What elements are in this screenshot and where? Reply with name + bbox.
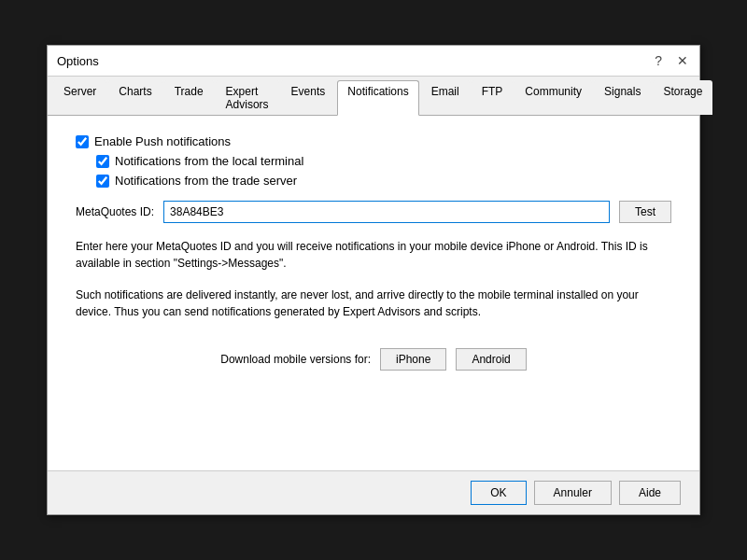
tab-signals[interactable]: Signals <box>594 80 651 115</box>
sub-checkboxes: Notifications from the local terminal No… <box>96 154 671 188</box>
download-label: Download mobile versions for: <box>220 353 371 366</box>
iphone-button[interactable]: iPhone <box>380 348 446 371</box>
tab-trade[interactable]: Trade <box>164 80 214 115</box>
trade-server-label: Notifications from the trade server <box>115 174 297 188</box>
enable-push-label: Enable Push notifications <box>94 134 231 148</box>
info-paragraph-2: Such notifications are delivered instant… <box>76 287 671 320</box>
aide-button[interactable]: Aide <box>619 481 681 505</box>
notifications-settings: Enable Push notifications Notifications … <box>76 134 671 188</box>
tab-charts[interactable]: Charts <box>108 80 162 115</box>
tab-email[interactable]: Email <box>421 80 470 115</box>
tab-ftp[interactable]: FTP <box>472 80 514 115</box>
local-terminal-row: Notifications from the local terminal <box>96 154 671 168</box>
test-button[interactable]: Test <box>619 201 671 223</box>
close-button[interactable]: ✕ <box>675 53 690 68</box>
metaquotes-id-row: MetaQuotes ID: Test <box>76 201 671 223</box>
tab-community[interactable]: Community <box>514 80 592 115</box>
tab-bar: Server Charts Trade Expert Advisors Even… <box>48 77 699 116</box>
ok-button[interactable]: OK <box>471 481 526 505</box>
cancel-button[interactable]: Annuler <box>534 481 612 505</box>
enable-push-row: Enable Push notifications <box>76 134 671 148</box>
footer: OK Annuler Aide <box>48 470 699 514</box>
trade-server-checkbox[interactable] <box>96 175 109 188</box>
tab-server[interactable]: Server <box>53 80 106 115</box>
titlebar-controls: ? ✕ <box>653 53 690 68</box>
titlebar: Options ? ✕ <box>48 46 699 77</box>
content-area: Enable Push notifications Notifications … <box>48 116 699 470</box>
options-window: Options ? ✕ Server Charts Trade Expert A… <box>47 45 700 515</box>
enable-push-checkbox[interactable] <box>76 135 89 148</box>
info-paragraph-1: Enter here your MetaQuotes ID and you wi… <box>76 238 671 272</box>
tab-storage[interactable]: Storage <box>653 80 712 115</box>
window-title: Options <box>57 54 99 68</box>
help-button[interactable]: ? <box>653 53 664 68</box>
local-terminal-checkbox[interactable] <box>96 155 109 168</box>
trade-server-row: Notifications from the trade server <box>96 174 671 188</box>
metaquotes-id-label: MetaQuotes ID: <box>76 205 154 218</box>
android-button[interactable]: Android <box>456 348 526 371</box>
tab-notifications[interactable]: Notifications <box>337 80 418 116</box>
local-terminal-label: Notifications from the local terminal <box>115 154 303 168</box>
tab-expert-advisors[interactable]: Expert Advisors <box>216 80 279 115</box>
tab-events[interactable]: Events <box>281 80 336 115</box>
metaquotes-id-input[interactable] <box>163 201 610 223</box>
download-row: Download mobile versions for: iPhone And… <box>76 348 671 371</box>
